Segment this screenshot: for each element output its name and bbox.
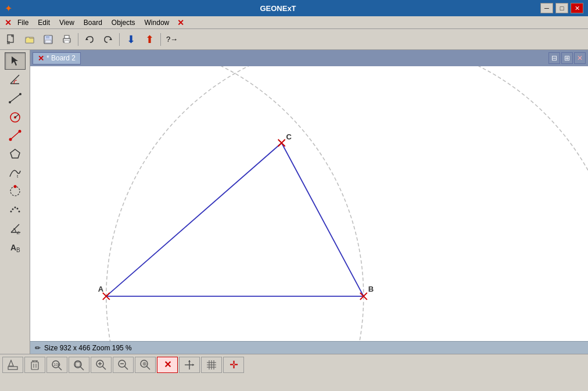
download-button[interactable]: ⬇ [122, 31, 139, 48]
print-button[interactable] [58, 31, 76, 48]
open-button[interactable] [21, 31, 38, 48]
board-tab-label: * Board 2 [46, 54, 76, 62]
redo-button[interactable] [99, 31, 117, 48]
main-toolbar: ⬇ ⬆ ?→ [0, 29, 588, 50]
menu-objects[interactable]: Objects [108, 17, 139, 28]
restore-button[interactable]: □ [555, 3, 568, 13]
status-bar: ✏ Size 932 x 466 Zoom 195 % [30, 341, 588, 354]
menu-view[interactable]: View [56, 17, 78, 28]
menu-extra-close-icon[interactable]: ✕ [177, 18, 184, 27]
snap-btn[interactable]: ✛ [223, 357, 244, 373]
board-minimize-btn[interactable]: ⊟ [548, 52, 560, 64]
menu-board[interactable]: Board [80, 17, 106, 28]
svg-rect-7 [45, 40, 51, 43]
svg-point-30 [12, 209, 13, 210]
menu-edit[interactable]: Edit [34, 17, 53, 28]
canvas-area [30, 66, 588, 341]
svg-point-24 [18, 130, 21, 133]
help-button[interactable]: ?→ [163, 31, 181, 48]
main-area: t ∠ AB ✕ * Board 2 ⊟ ⊞ ✕ [0, 50, 588, 354]
tool-dotted[interactable] [5, 201, 26, 218]
app-icon: ✦ [5, 3, 12, 14]
geometry-canvas[interactable] [30, 66, 588, 341]
board-tab[interactable]: ✕ * Board 2 [33, 52, 81, 64]
app-close-icon[interactable]: ✕ [5, 18, 12, 27]
svg-line-14 [10, 75, 19, 84]
svg-text:100: 100 [53, 363, 60, 367]
svg-text:t: t [17, 174, 19, 179]
status-text: Size 932 x 466 Zoom 195 % [44, 344, 132, 352]
zoom-fit-btn[interactable] [69, 357, 89, 373]
svg-text:∠: ∠ [16, 231, 20, 235]
edit-btn[interactable] [2, 357, 23, 373]
zoom-100-btn[interactable]: 100 [46, 357, 67, 373]
tool-curve[interactable]: t [5, 164, 26, 181]
svg-rect-39 [8, 367, 17, 370]
undo-button[interactable] [81, 31, 98, 48]
svg-marker-40 [9, 360, 13, 366]
new-button[interactable] [2, 31, 20, 48]
svg-point-23 [9, 138, 12, 141]
board-tab-bar: ✕ * Board 2 ⊟ ⊞ ✕ [30, 50, 588, 66]
svg-rect-52 [76, 362, 80, 367]
tool-text[interactable]: AB [5, 238, 26, 256]
axes-btn[interactable] [179, 357, 200, 373]
app-title: GEONExT [16, 4, 540, 13]
toolbar-sep-1 [78, 33, 78, 46]
grid-btn[interactable] [201, 357, 222, 373]
board-restore-btn[interactable]: ⊞ [561, 52, 573, 64]
bottom-toolbar: 100 ⊕ ✕ ✛ [0, 354, 588, 375]
svg-line-48 [59, 367, 62, 370]
zoom-custom-btn[interactable]: ⊕ [135, 357, 156, 373]
left-toolbar: t ∠ AB [0, 50, 30, 354]
zoom-out-btn[interactable] [113, 357, 134, 373]
svg-line-16 [10, 94, 20, 102]
svg-point-18 [19, 93, 21, 95]
svg-rect-9 [64, 35, 69, 38]
window-controls: ─ □ ✕ [540, 3, 583, 13]
tool-circle[interactable] [5, 108, 26, 125]
menu-window[interactable]: Window [141, 17, 173, 28]
toolbar-sep-3 [160, 33, 161, 46]
svg-line-21 [15, 114, 19, 117]
svg-marker-13 [12, 56, 18, 66]
minimize-button[interactable]: ─ [540, 3, 553, 13]
svg-line-54 [103, 366, 106, 370]
svg-point-17 [9, 101, 11, 103]
svg-rect-10 [64, 41, 69, 43]
zoom-in-btn[interactable] [91, 357, 112, 373]
board-tab-controls: ⊟ ⊞ ✕ [548, 52, 586, 64]
board-tab-close-icon[interactable]: ✕ [38, 54, 44, 63]
delete-btn[interactable] [24, 357, 45, 373]
svg-text:B: B [16, 247, 20, 253]
svg-point-32 [16, 208, 18, 210]
close-button[interactable]: ✕ [571, 3, 583, 13]
tool-angle[interactable] [5, 71, 26, 88]
svg-point-31 [14, 207, 16, 209]
svg-rect-6 [46, 35, 49, 38]
svg-point-29 [10, 211, 12, 213]
board-close-btn[interactable]: ✕ [574, 52, 586, 64]
board-container: ✕ * Board 2 ⊟ ⊞ ✕ ✏ Size 932 x 466 Zoom … [30, 50, 588, 354]
svg-point-28 [13, 185, 16, 188]
svg-line-51 [81, 367, 84, 370]
toolbar-sep-2 [119, 33, 120, 46]
tool-polygon[interactable] [5, 145, 26, 163]
svg-line-58 [125, 366, 128, 370]
svg-rect-41 [31, 362, 38, 370]
tool-segment[interactable] [5, 127, 26, 144]
app-icon-area: ✦ [5, 3, 16, 14]
svg-text:A: A [10, 243, 16, 252]
tool-point-on[interactable] [5, 182, 26, 200]
tool-line[interactable] [5, 89, 26, 107]
tool-angle-measure[interactable]: ∠ [5, 220, 26, 237]
clear-btn[interactable]: ✕ [157, 357, 178, 373]
tool-select[interactable] [5, 52, 26, 70]
menu-file[interactable]: File [14, 17, 32, 28]
upload-button[interactable]: ⬆ [141, 31, 158, 48]
status-icon: ✏ [35, 344, 41, 352]
svg-text:⊕: ⊕ [142, 361, 147, 367]
svg-line-22 [10, 131, 20, 139]
save-button[interactable] [40, 31, 57, 48]
svg-marker-65 [192, 364, 194, 366]
